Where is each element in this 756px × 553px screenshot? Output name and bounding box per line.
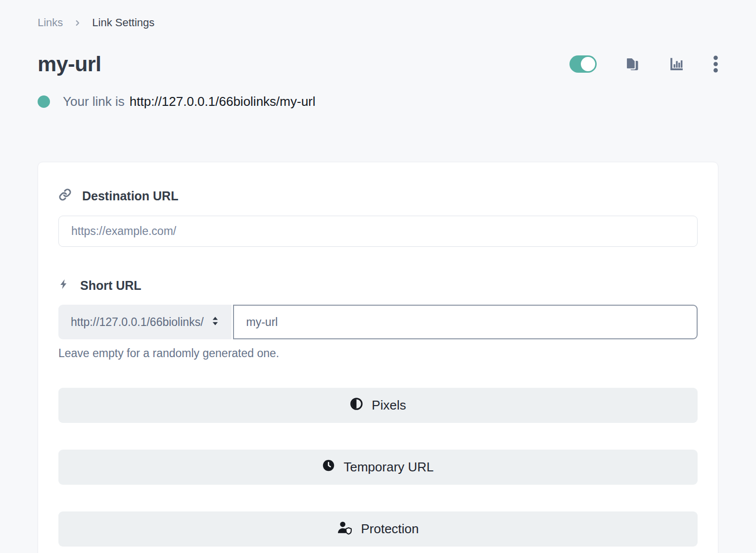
- pixels-section-button[interactable]: Pixels: [58, 388, 698, 423]
- statistics-button[interactable]: [668, 56, 685, 72]
- bar-chart-icon: [668, 56, 685, 72]
- link-icon: [58, 188, 72, 204]
- short-url-helper-text: Leave empty for a randomly generated one…: [58, 347, 698, 360]
- short-url-slug-input[interactable]: [233, 305, 698, 339]
- protection-section-button[interactable]: Protection: [58, 511, 698, 547]
- sort-arrows-icon: [211, 316, 219, 329]
- destination-url-label-row: Destination URL: [58, 188, 698, 204]
- destination-url-label: Destination URL: [82, 189, 178, 203]
- copy-icon: [625, 56, 640, 72]
- short-url-group: http://127.0.0.1/66biolinks/: [58, 305, 698, 339]
- short-url-label: Short URL: [80, 278, 142, 293]
- kebab-menu-icon: [713, 55, 718, 73]
- chevron-right-icon: [74, 19, 81, 27]
- link-status-label: Your link is: [63, 94, 125, 109]
- pixels-button-label: Pixels: [372, 398, 406, 413]
- status-dot-icon: [38, 95, 50, 108]
- link-status-row: Your link is http://127.0.0.1/66biolinks…: [38, 94, 718, 109]
- link-settings-page: Links Link Settings my-url: [0, 0, 756, 553]
- more-options-button[interactable]: [713, 55, 718, 73]
- breadcrumb-links[interactable]: Links: [38, 16, 63, 29]
- breadcrumb: Links Link Settings: [38, 16, 718, 29]
- short-url-label-row: Short URL: [58, 278, 698, 293]
- header-actions: [569, 55, 718, 73]
- toggle-knob: [581, 57, 595, 71]
- page-title: my-url: [38, 52, 101, 76]
- copy-link-button[interactable]: [625, 56, 640, 72]
- lightning-bolt-icon: [58, 278, 70, 293]
- breadcrumb-current: Link Settings: [92, 16, 154, 29]
- clock-icon: [322, 459, 335, 475]
- link-settings-card: Destination URL Short URL http://127.0.0…: [38, 162, 718, 553]
- short-url-domain-select[interactable]: http://127.0.0.1/66biolinks/: [58, 305, 232, 339]
- temporary-url-button-label: Temporary URL: [343, 460, 433, 475]
- domain-select-value: http://127.0.0.1/66biolinks/: [71, 316, 204, 329]
- user-shield-icon: [337, 520, 352, 538]
- link-enabled-toggle[interactable]: [569, 55, 597, 73]
- protection-button-label: Protection: [361, 521, 419, 537]
- contrast-icon: [350, 397, 363, 414]
- temporary-url-section-button[interactable]: Temporary URL: [58, 450, 698, 485]
- short-link-url[interactable]: http://127.0.0.1/66biolinks/my-url: [130, 94, 316, 109]
- destination-url-input[interactable]: [58, 216, 698, 247]
- page-header: my-url: [38, 52, 718, 76]
